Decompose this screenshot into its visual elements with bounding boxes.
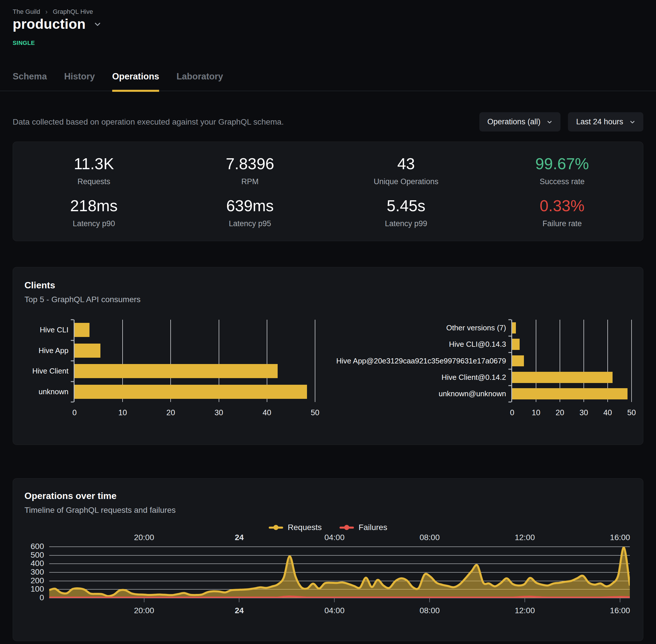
y-axis-tick-label: 500 bbox=[30, 551, 44, 560]
y-axis-tick bbox=[71, 361, 74, 362]
x-axis-tick-label: 0 bbox=[510, 408, 514, 417]
stat-requests: 11.3KRequests bbox=[16, 155, 172, 186]
bar-category-label: unknown@unknown bbox=[341, 386, 511, 402]
chevron-down-icon bbox=[630, 119, 635, 125]
legend-item-requests[interactable]: Requests bbox=[269, 523, 322, 532]
bar bbox=[74, 364, 278, 378]
bar-plot-area: 01020304050 bbox=[74, 320, 315, 402]
bar-category-label: Hive CLI@0.14.3 bbox=[341, 336, 511, 352]
x-axis-tick bbox=[524, 598, 525, 602]
operations-card-title: Operations over time bbox=[24, 491, 632, 501]
tab-schema[interactable]: Schema bbox=[13, 71, 47, 92]
y-axis-tick-label: 300 bbox=[30, 568, 44, 577]
bar bbox=[74, 344, 100, 358]
x-axis-tick-label: 50 bbox=[627, 408, 636, 417]
bar-category-label: unknown bbox=[24, 382, 74, 402]
timeline-series-canvas bbox=[49, 547, 630, 598]
x-axis-tick-label-bottom: 12:00 bbox=[515, 606, 535, 615]
y-axis-tick-label: 200 bbox=[30, 576, 44, 585]
x-axis-tick-label-top: 04:00 bbox=[324, 533, 344, 542]
bar-category-label: Hive App bbox=[24, 340, 74, 361]
stat-value: 0.33% bbox=[484, 197, 640, 215]
stat-label: Latency p95 bbox=[172, 219, 328, 228]
y-axis-tick bbox=[71, 319, 74, 320]
bar-category-labels: Other versions (7)Hive CLI@0.14.3Hive Ap… bbox=[341, 320, 511, 402]
stat-label: RPM bbox=[172, 177, 328, 186]
y-axis-tick bbox=[71, 402, 74, 402]
breadcrumb-project-link[interactable]: GraphQL Hive bbox=[53, 8, 93, 16]
period-filter-dropdown[interactable]: Last 24 hours bbox=[568, 112, 643, 132]
x-axis-tick-label: 40 bbox=[263, 408, 271, 417]
gridline bbox=[631, 320, 632, 402]
y-axis-tick bbox=[71, 381, 74, 382]
stat-rpm: 7.8396RPM bbox=[172, 155, 328, 186]
bar bbox=[512, 372, 613, 383]
x-axis-tick-label: 20 bbox=[556, 408, 564, 417]
tabbar: SchemaHistoryOperationsLaboratory bbox=[0, 71, 656, 91]
requests-area bbox=[49, 548, 630, 598]
tab-laboratory[interactable]: Laboratory bbox=[177, 71, 223, 92]
stat-latency-p90: 218msLatency p90 bbox=[16, 197, 172, 228]
y-axis-tick-label: 100 bbox=[30, 585, 44, 594]
stat-label: Latency p90 bbox=[16, 219, 172, 228]
target-type-badge: SINGLE bbox=[13, 40, 35, 46]
stat-value: 7.8396 bbox=[172, 155, 328, 173]
stat-value: 218ms bbox=[16, 197, 172, 215]
bar-category-label: Hive App@20e3129caa921c35e9979631e17a067… bbox=[341, 352, 511, 369]
bar bbox=[512, 355, 524, 367]
tab-operations[interactable]: Operations bbox=[112, 71, 159, 92]
operations-filter-dropdown[interactable]: Operations (all) bbox=[479, 112, 561, 132]
y-axis-tick bbox=[71, 340, 74, 341]
stat-latency-p95: 639msLatency p95 bbox=[172, 197, 328, 228]
x-axis-tick-label: 10 bbox=[532, 408, 540, 417]
breadcrumb-org-link[interactable]: The Guild bbox=[13, 8, 40, 16]
x-axis-tick-label-top: 12:00 bbox=[515, 533, 535, 542]
x-axis-tick-label: 30 bbox=[215, 408, 223, 417]
description-text: Data collected based on operation execut… bbox=[13, 117, 284, 127]
x-axis-tick-label-top: 08:00 bbox=[420, 533, 440, 542]
operations-timeline-chart: 600500400300200100020:0020:00242404:0004… bbox=[49, 547, 630, 598]
bar-category-labels: Hive CLIHive AppHive Clientunknown bbox=[24, 320, 74, 402]
chevron-down-icon[interactable] bbox=[94, 20, 101, 28]
breadcrumb: The Guild › GraphQL Hive bbox=[13, 8, 93, 16]
bar-category-label: Other versions (7) bbox=[341, 320, 511, 336]
legend-item-failures[interactable]: Failures bbox=[339, 523, 387, 532]
x-axis-tick-label-bottom: 08:00 bbox=[420, 606, 440, 615]
x-axis-tick-label: 30 bbox=[580, 408, 588, 417]
stat-label: Requests bbox=[16, 177, 172, 186]
y-axis-tick-label: 400 bbox=[30, 559, 44, 568]
legend-marker-icon bbox=[339, 527, 354, 529]
y-axis-tick bbox=[509, 319, 511, 320]
x-axis-tick-label-top: 20:00 bbox=[134, 533, 154, 542]
x-axis-tick-label: 20 bbox=[166, 408, 175, 417]
stat-value: 5.45s bbox=[328, 197, 484, 215]
stat-label: Success rate bbox=[484, 177, 640, 186]
clients-by-name-chart: Hive CLIHive AppHive Clientunknown010203… bbox=[24, 320, 315, 420]
tab-history[interactable]: History bbox=[64, 71, 95, 92]
x-axis-tick-label-top: 24 bbox=[235, 533, 244, 542]
operations-filter-value: Operations (all) bbox=[487, 117, 541, 126]
stat-label: Unique Operations bbox=[328, 177, 484, 186]
filter-dropdowns: Operations (all) Last 24 hours bbox=[479, 112, 643, 132]
gridline bbox=[315, 320, 315, 402]
target-selector[interactable]: production bbox=[13, 16, 101, 32]
stat-value: 99.67% bbox=[484, 155, 640, 173]
stat-label: Latency p99 bbox=[328, 219, 484, 228]
bar bbox=[512, 339, 520, 350]
y-axis-tick bbox=[509, 402, 511, 402]
chevron-down-icon bbox=[547, 119, 553, 125]
legend-label: Requests bbox=[288, 523, 322, 532]
operations-over-time-card: Operations over time Timeline of GraphQL… bbox=[13, 478, 643, 641]
clients-card: Clients Top 5 - GraphQL API consumers Hi… bbox=[13, 267, 643, 445]
bar bbox=[512, 322, 516, 334]
stat-value: 11.3K bbox=[16, 155, 172, 173]
stat-unique-operations: 43Unique Operations bbox=[328, 155, 484, 186]
bar-category-label: Hive CLI bbox=[24, 320, 74, 340]
x-axis-tick bbox=[620, 598, 620, 602]
bar bbox=[74, 385, 307, 399]
legend-dot-icon bbox=[344, 525, 349, 530]
stat-value: 43 bbox=[328, 155, 484, 173]
breadcrumb-separator-icon: › bbox=[45, 8, 47, 15]
timeline-legend: RequestsFailures bbox=[24, 523, 632, 532]
y-axis-tick bbox=[509, 385, 511, 386]
